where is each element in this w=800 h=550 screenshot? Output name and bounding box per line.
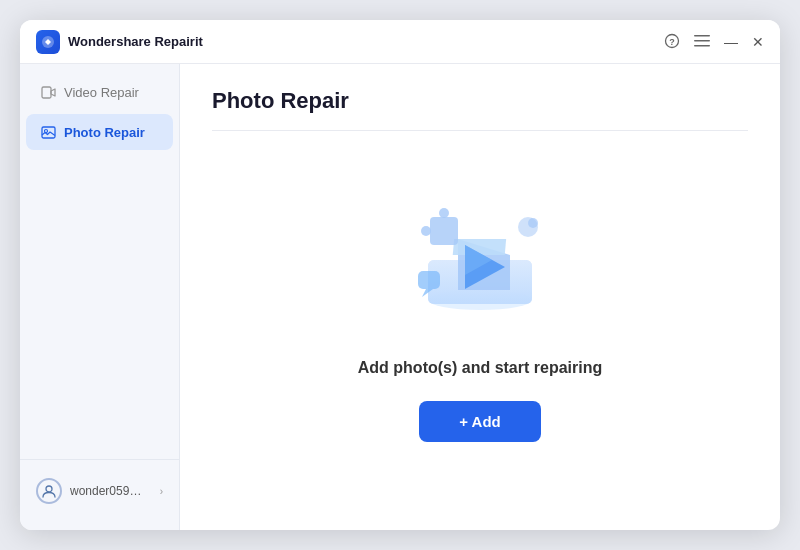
minimize-button[interactable]: — xyxy=(724,35,738,49)
app-logo xyxy=(36,30,60,54)
app-body: Video Repair Photo Repair xyxy=(20,64,780,530)
user-item[interactable]: wonder059@16... › xyxy=(26,470,173,512)
menu-icon[interactable] xyxy=(694,34,710,49)
add-button-label: + Add xyxy=(459,413,501,430)
sidebar-bottom: wonder059@16... › xyxy=(20,459,179,522)
svg-point-18 xyxy=(439,208,449,218)
svg-rect-22 xyxy=(418,271,440,289)
content-area: Add photo(s) and start repairing + Add xyxy=(212,131,748,506)
video-repair-icon xyxy=(40,84,56,100)
close-button[interactable]: ✕ xyxy=(752,35,764,49)
svg-rect-4 xyxy=(694,40,710,42)
user-name: wonder059@16... xyxy=(70,484,152,498)
prompt-text: Add photo(s) and start repairing xyxy=(358,359,602,377)
sidebar-item-photo-repair[interactable]: Photo Repair xyxy=(26,114,173,150)
sidebar: Video Repair Photo Repair xyxy=(20,64,180,530)
svg-text:?: ? xyxy=(669,37,675,47)
svg-rect-3 xyxy=(694,35,710,37)
avatar xyxy=(36,478,62,504)
svg-rect-6 xyxy=(42,87,51,98)
add-button[interactable]: + Add xyxy=(419,401,541,442)
app-window: Wondershare Repairit ? — ✕ xyxy=(20,20,780,530)
title-bar-controls: ? — ✕ xyxy=(664,33,764,51)
user-chevron-icon: › xyxy=(160,486,163,497)
title-bar-left: Wondershare Repairit xyxy=(36,30,664,54)
svg-rect-7 xyxy=(42,127,55,138)
main-content: Photo Repair xyxy=(180,64,780,530)
svg-point-19 xyxy=(421,226,431,236)
photo-illustration xyxy=(400,195,560,335)
svg-marker-14 xyxy=(453,239,506,255)
title-bar: Wondershare Repairit ? — ✕ xyxy=(20,20,780,64)
sidebar-item-video-repair[interactable]: Video Repair xyxy=(26,74,173,110)
photo-repair-icon xyxy=(40,124,56,140)
help-icon[interactable]: ? xyxy=(664,33,680,51)
app-title: Wondershare Repairit xyxy=(68,34,203,49)
photo-repair-label: Photo Repair xyxy=(64,125,145,140)
svg-rect-5 xyxy=(694,45,710,47)
svg-rect-17 xyxy=(430,217,458,245)
svg-point-21 xyxy=(528,218,538,228)
video-repair-label: Video Repair xyxy=(64,85,139,100)
page-title: Photo Repair xyxy=(212,88,748,131)
svg-point-9 xyxy=(46,486,52,492)
